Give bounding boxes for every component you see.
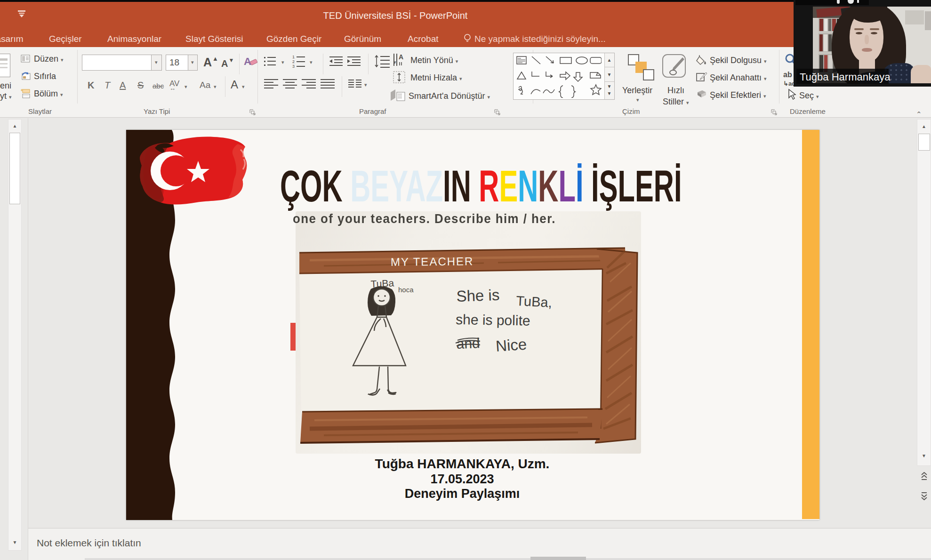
svg-text:Nice: Nice [495,335,527,355]
svg-text:and: and [456,335,480,352]
svg-text:hoca: hoca [398,286,414,294]
svg-text:she is polite: she is polite [456,312,530,328]
svg-text:1: 1 [292,55,295,59]
svg-text:MY TEACHER: MY TEACHER [391,255,474,268]
svg-text:TuBa,: TuBa, [516,293,553,310]
svg-text:3: 3 [292,64,295,69]
svg-text:She is: She is [456,286,500,305]
svg-text:2: 2 [292,59,295,64]
svg-text:A: A [399,53,403,61]
